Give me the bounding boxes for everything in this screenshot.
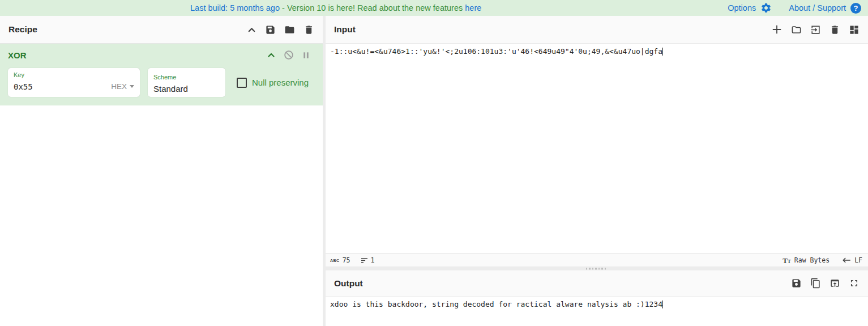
disable-operation-icon[interactable] xyxy=(284,50,294,60)
line-count-value: 1 xyxy=(371,256,375,264)
input-textarea[interactable]: -1::u<&u!=<&u746>1::'yu&!'<;2u106:101u3:… xyxy=(326,44,868,253)
options-link[interactable]: Options xyxy=(728,3,756,12)
banner-message: Last build: 5 months ago - Version 10 is… xyxy=(190,0,481,16)
recipe-pane: Recipe XOR xyxy=(0,16,323,326)
input-eol-value: LF xyxy=(854,256,862,264)
save-output-icon[interactable] xyxy=(791,278,802,289)
input-title: Input xyxy=(334,24,356,35)
scheme-select[interactable]: Standard xyxy=(153,84,220,94)
input-eol-selector[interactable]: LF xyxy=(842,256,862,264)
scheme-label: Scheme xyxy=(153,74,176,81)
char-count: ABC 75 xyxy=(330,256,350,264)
input-status-bar: ABC 75 1 TT Raw Bytes LF xyxy=(326,253,868,266)
input-encoding-value: Raw Bytes xyxy=(794,256,829,264)
output-textarea: xdoo is this backdoor, string decoded fo… xyxy=(326,297,868,326)
chevron-down-icon xyxy=(130,85,134,88)
clear-recipe-trash-icon[interactable] xyxy=(303,24,314,35)
input-encoding-selector[interactable]: TT Raw Bytes xyxy=(783,256,829,264)
character-encoding-icon: TT xyxy=(783,257,791,264)
output-caret xyxy=(662,300,663,308)
recipe-title: Recipe xyxy=(8,24,37,35)
gear-icon[interactable] xyxy=(760,2,772,14)
output-header: Output xyxy=(326,270,868,297)
char-count-icon: ABC xyxy=(330,259,340,263)
recipe-header: Recipe xyxy=(0,16,323,44)
operation-title: XOR xyxy=(8,50,27,60)
key-type-dropdown[interactable]: HEX xyxy=(111,82,134,91)
char-count-value: 75 xyxy=(343,256,350,264)
layout-dashboard-icon[interactable] xyxy=(849,24,860,35)
input-header: Input xyxy=(326,16,868,44)
null-preserving-label: Null preserving xyxy=(252,78,309,87)
scheme-field[interactable]: Scheme Standard xyxy=(148,68,225,97)
key-input[interactable]: 0x55 xyxy=(14,82,33,91)
clear-input-trash-icon[interactable] xyxy=(829,24,840,35)
add-input-tab-icon[interactable] xyxy=(771,24,783,35)
open-input-icon[interactable] xyxy=(810,24,821,35)
operation-xor[interactable]: XOR Key 0x55 xyxy=(0,44,323,105)
line-count-icon xyxy=(361,257,368,264)
null-preserving-checkbox[interactable] xyxy=(237,78,247,88)
io-splitter[interactable] xyxy=(326,266,868,270)
input-caret xyxy=(662,48,663,56)
copy-output-icon[interactable] xyxy=(810,278,821,289)
collapse-recipe-icon[interactable] xyxy=(247,25,256,35)
line-count: 1 xyxy=(361,256,375,264)
help-icon[interactable]: ? xyxy=(850,3,861,14)
io-pane: Input -1::u<&u!=<&u746>1:: xyxy=(326,16,868,326)
output-text: xdoo is this backdoor, string decoded fo… xyxy=(330,300,662,308)
load-recipe-folder-icon[interactable] xyxy=(284,24,295,35)
input-text: -1::u<&u!=<&u746>1::'yu&!'<;2u106:101u3:… xyxy=(330,47,662,56)
eol-arrow-icon xyxy=(842,257,851,264)
top-banner: Last build: 5 months ago - Version 10 is… xyxy=(0,0,868,16)
output-title: Output xyxy=(334,278,363,289)
null-preserving-option[interactable]: Null preserving xyxy=(237,78,309,88)
breakpoint-pause-icon[interactable] xyxy=(302,51,310,60)
save-recipe-icon[interactable] xyxy=(265,24,276,35)
key-type-value: HEX xyxy=(111,82,127,91)
banner-here-link[interactable]: here xyxy=(465,3,481,12)
splitter-grip-icon xyxy=(586,268,608,269)
key-label: Key xyxy=(14,71,134,79)
last-build-link[interactable]: Last build: 5 months ago xyxy=(190,3,280,12)
open-folder-icon[interactable] xyxy=(791,24,802,35)
about-support-link[interactable]: About / Support xyxy=(789,3,846,12)
open-output-in-new-icon[interactable] xyxy=(829,278,840,289)
key-field[interactable]: Key 0x55 HEX xyxy=(8,68,140,97)
collapse-operation-icon[interactable] xyxy=(267,50,276,60)
maximize-output-icon[interactable] xyxy=(849,278,860,289)
banner-version-text: - Version 10 is here! Read about the new… xyxy=(280,3,465,12)
